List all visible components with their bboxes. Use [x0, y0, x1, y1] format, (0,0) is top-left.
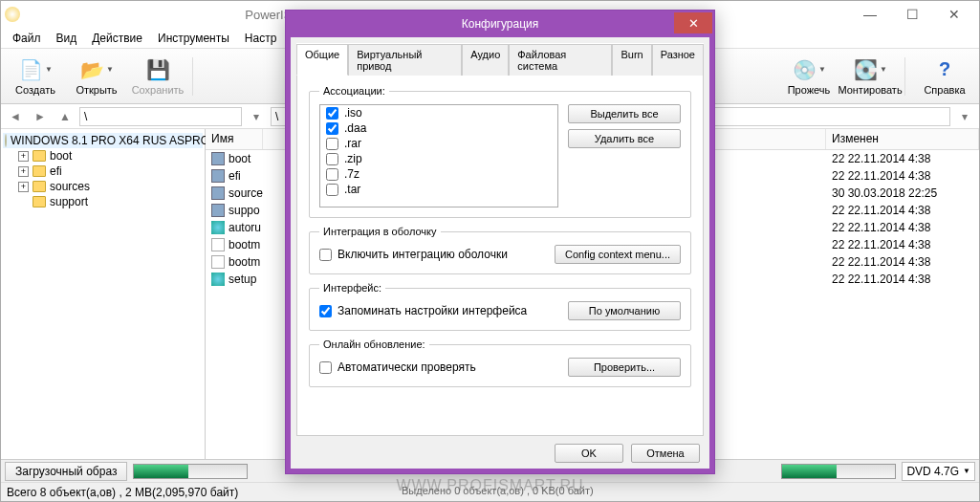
mount-button[interactable]: 💽▼ Монтировать: [839, 52, 901, 101]
assoc-ext: .daa: [344, 121, 366, 135]
file-modified: 22 22.11.2014 4:38: [826, 255, 979, 269]
associations-list[interactable]: .iso.daa.rar.zip.7z.tar: [319, 104, 558, 207]
config-dialog: Конфигурация ✕ Общие Виртуальный привод …: [285, 10, 715, 474]
assoc-item[interactable]: .zip: [320, 151, 557, 166]
file-icon: [211, 221, 225, 234]
assoc-checkbox[interactable]: [326, 107, 338, 120]
burn-button[interactable]: 💿▼ Прожечь: [778, 52, 839, 101]
remove-all-button[interactable]: Удалить все: [568, 129, 681, 148]
open-button[interactable]: 📂▼ Открыть: [66, 52, 127, 101]
back-button[interactable]: ◄: [5, 107, 26, 126]
assoc-checkbox[interactable]: [326, 122, 338, 135]
assoc-ext: .7z: [344, 167, 359, 181]
tree-item[interactable]: +boot: [3, 148, 203, 164]
file-name: boot: [229, 152, 250, 165]
boot-image-button[interactable]: Загрузочный образ: [5, 462, 127, 481]
interface-legend: Интерфейс:: [319, 282, 385, 294]
tree-label: sources: [50, 180, 90, 193]
tree-root[interactable]: WINDOWS 8.1 PRO X64 RUS ASPRO: [3, 133, 203, 148]
interface-fieldset: Интерфейс: Запоминать настройки интерфей…: [309, 282, 691, 331]
file-icon: [211, 169, 225, 183]
col-modified[interactable]: Изменен: [826, 129, 979, 149]
file-modified: 22 22.11.2014 4:38: [826, 273, 979, 286]
config-context-menu-button[interactable]: Config context menu...: [555, 245, 681, 264]
dialog-close-button[interactable]: ✕: [674, 12, 712, 33]
assoc-checkbox[interactable]: [326, 153, 338, 165]
assoc-item[interactable]: .iso: [320, 105, 557, 120]
assoc-checkbox[interactable]: [326, 168, 338, 181]
tree-item[interactable]: +efi: [3, 164, 203, 179]
tab-general[interactable]: Общие: [296, 44, 348, 76]
folder-icon: [33, 181, 46, 192]
up-button[interactable]: ▲: [54, 107, 76, 126]
expand-icon[interactable]: +: [18, 151, 29, 162]
usage-progress: [133, 464, 248, 479]
update-legend: Онлайн обновление:: [319, 338, 429, 350]
path-dropdown[interactable]: ▾: [246, 107, 267, 126]
assoc-ext: .rar: [344, 137, 361, 150]
tree-item[interactable]: +sources: [3, 179, 203, 194]
file-name: efi: [229, 169, 241, 183]
tree-item[interactable]: support: [3, 194, 203, 209]
assoc-checkbox[interactable]: [326, 184, 338, 196]
shell-fieldset: Интеграция в оболочку Включить интеграци…: [309, 226, 691, 274]
menu-action[interactable]: Действие: [84, 30, 150, 47]
assoc-item[interactable]: .rar: [320, 136, 557, 151]
app-icon: [5, 7, 20, 22]
assoc-ext: .iso: [344, 106, 362, 120]
associations-fieldset: Ассоциации: .iso.daa.rar.zip.7z.tar Выде…: [309, 85, 691, 218]
menu-settings[interactable]: Настр: [237, 30, 285, 47]
tab-burn[interactable]: Burn: [612, 44, 651, 76]
forward-button[interactable]: ►: [30, 107, 51, 126]
file-modified: 22 22.11.2014 4:38: [826, 169, 979, 183]
check-now-button[interactable]: Проверить...: [568, 358, 681, 377]
tree-root-label: WINDOWS 8.1 PRO X64 RUS ASPRO: [11, 134, 209, 147]
burn-icon: 💿: [792, 57, 817, 82]
toolbar-separator: [192, 57, 198, 96]
ok-button[interactable]: OK: [555, 444, 623, 463]
minimize-button[interactable]: —: [849, 4, 891, 25]
auto-check-checkbox[interactable]: Автоматически проверять: [319, 360, 476, 374]
menu-view[interactable]: Вид: [49, 30, 85, 47]
shell-legend: Интеграция в оболочку: [319, 226, 441, 237]
shell-enable-checkbox[interactable]: Включить интеграцию оболочки: [319, 248, 508, 261]
config-tabs: Общие Виртуальный привод Аудио Файловая …: [296, 43, 704, 75]
tab-audio[interactable]: Аудио: [462, 44, 509, 76]
cancel-button[interactable]: Отмена: [631, 444, 700, 463]
save-button[interactable]: 💾 Сохранить: [127, 52, 188, 101]
assoc-item[interactable]: .tar: [320, 182, 557, 197]
dialog-titlebar[interactable]: Конфигурация ✕: [286, 11, 714, 37]
select-all-button[interactable]: Выделить все: [568, 104, 681, 123]
expand-icon[interactable]: +: [18, 182, 29, 192]
file-name: bootm: [229, 238, 260, 251]
file-name: setup: [229, 273, 256, 286]
toolbar-separator: [904, 57, 910, 96]
disc-size-combo[interactable]: DVD 4.7G▼: [902, 462, 975, 481]
total-info: Всего 8 объект(а,ов) , 2 MB(2,095,970 ба…: [7, 486, 238, 499]
tab-virtual[interactable]: Виртуальный привод: [348, 44, 462, 76]
create-button[interactable]: 📄▼ Создать: [5, 52, 66, 101]
menu-file[interactable]: Файл: [5, 30, 49, 47]
open-folder-icon: 📂: [79, 57, 104, 82]
defaults-button[interactable]: По умолчанию: [568, 301, 681, 320]
assoc-item[interactable]: .7z: [320, 166, 557, 182]
assoc-checkbox[interactable]: [326, 138, 338, 150]
dialog-title: Конфигурация: [462, 17, 539, 31]
folder-icon: [33, 150, 46, 162]
close-button[interactable]: ✕: [933, 4, 975, 25]
menu-tools[interactable]: Инструменты: [150, 30, 237, 47]
folder-icon: [33, 165, 46, 177]
assoc-item[interactable]: .daa: [320, 120, 557, 136]
col-name[interactable]: Имя: [206, 129, 263, 149]
save-icon: 💾: [145, 57, 170, 82]
help-button[interactable]: ? Справка: [914, 52, 975, 101]
expand-icon[interactable]: +: [18, 166, 29, 177]
tree-path-input[interactable]: [79, 107, 242, 126]
maximize-button[interactable]: ☐: [891, 4, 933, 25]
tab-misc[interactable]: Разное: [652, 44, 704, 76]
tab-filesystem[interactable]: Файловая система: [509, 44, 612, 76]
remember-settings-checkbox[interactable]: Запоминать настройки интерфейса: [319, 304, 527, 317]
file-name: suppo: [229, 204, 260, 217]
file-modified: 22 22.11.2014 4:38: [826, 152, 979, 165]
path-dropdown[interactable]: ▾: [954, 107, 975, 126]
